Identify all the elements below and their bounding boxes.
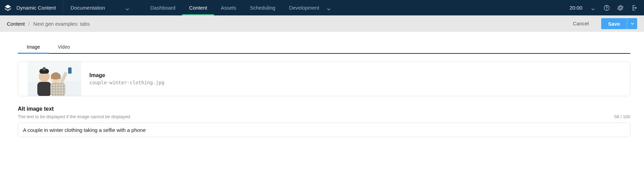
- chevron-down-icon: [591, 6, 595, 10]
- alt-text-field: Alt image text The text to be displayed …: [18, 106, 630, 137]
- alt-text-input[interactable]: [18, 123, 630, 137]
- gear-icon[interactable]: [617, 4, 624, 12]
- alt-text-help: The text to be displayed if the image ca…: [18, 114, 130, 119]
- documentation-label: Documentation: [71, 5, 105, 11]
- alt-text-counter: 56 / 100: [614, 114, 630, 119]
- nav-development-label: Development: [289, 5, 319, 11]
- image-card[interactable]: Image couple-winter-clothing.jpg: [18, 61, 630, 96]
- time-selector[interactable]: 20:00: [567, 5, 597, 11]
- editor-panel: Image Video: [0, 32, 644, 151]
- image-card-filename: couple-winter-clothing.jpg: [89, 80, 164, 85]
- save-dropdown-button[interactable]: [627, 18, 637, 29]
- nav-assets-label: Assets: [221, 5, 236, 11]
- save-button[interactable]: Save: [601, 18, 627, 29]
- nav-content-label: Content: [189, 5, 207, 11]
- editor-tabs: Image Video: [18, 41, 630, 54]
- tab-image[interactable]: Image: [18, 41, 49, 53]
- svg-rect-15: [68, 67, 72, 74]
- action-bar: Content / Next gen examples: tabs Cancel…: [0, 15, 644, 32]
- alt-text-label: Alt image text: [18, 106, 630, 112]
- tab-image-label: Image: [27, 44, 40, 50]
- svg-rect-7: [37, 82, 51, 96]
- topbar-right: 20:00: [567, 0, 644, 15]
- image-card-label: Image: [89, 72, 164, 78]
- chevron-down-icon: [126, 6, 129, 10]
- image-card-meta: Image couple-winter-clothing.jpg: [89, 72, 164, 85]
- svg-rect-10: [50, 83, 65, 96]
- breadcrumb-root[interactable]: Content: [7, 21, 25, 27]
- top-navbar: Dynamic Content Documentation Dashboard …: [0, 0, 644, 15]
- help-icon[interactable]: [603, 4, 610, 12]
- nav-scheduling[interactable]: Scheduling: [243, 0, 282, 15]
- brand-area: Dynamic Content: [0, 0, 63, 15]
- nav-dashboard-label: Dashboard: [150, 5, 175, 11]
- chevron-down-icon: [327, 6, 330, 10]
- cancel-button[interactable]: Cancel: [567, 18, 595, 29]
- tab-video-label: Video: [58, 44, 70, 50]
- nav-scheduling-label: Scheduling: [250, 5, 275, 11]
- action-bar-right: Cancel Save: [567, 18, 637, 29]
- nav-content[interactable]: Content: [182, 0, 214, 15]
- app-title: Dynamic Content: [16, 5, 56, 11]
- save-split-button: Save: [601, 18, 637, 29]
- logout-icon[interactable]: [630, 4, 638, 12]
- tab-video[interactable]: Video: [49, 41, 79, 53]
- breadcrumb-current: Next gen examples: tabs: [33, 21, 90, 27]
- svg-point-6: [42, 67, 46, 71]
- app-logo-icon: [4, 4, 12, 12]
- breadcrumb-separator: /: [28, 21, 30, 27]
- alt-text-help-row: The text to be displayed if the image ca…: [18, 114, 630, 119]
- image-thumbnail: [28, 61, 81, 96]
- time-value: 20:00: [569, 5, 582, 11]
- nav-dashboard[interactable]: Dashboard: [143, 0, 182, 15]
- nav-development[interactable]: Development: [282, 0, 337, 15]
- nav-assets[interactable]: Assets: [214, 0, 243, 15]
- svg-point-1: [606, 9, 607, 10]
- documentation-dropdown[interactable]: Documentation: [63, 0, 137, 15]
- primary-nav: Dashboard Content Assets Scheduling Deve…: [143, 0, 337, 15]
- breadcrumb: Content / Next gen examples: tabs: [7, 21, 90, 27]
